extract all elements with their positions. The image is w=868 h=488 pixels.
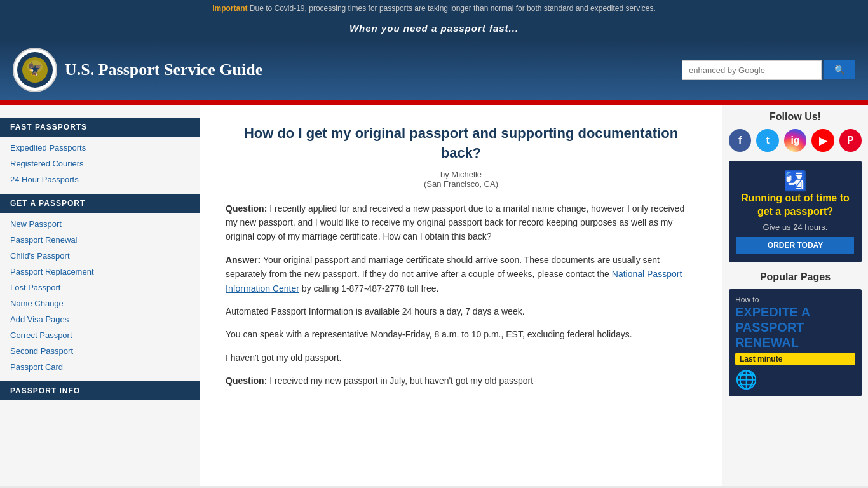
sidebar-item-expedited-passports[interactable]: Expedited Passports bbox=[0, 140, 200, 156]
content-byline: by Michelle (San Francisco, CA) bbox=[226, 170, 696, 189]
social-icons: f t ig ▶ P bbox=[729, 129, 862, 152]
sidebar-item-childs-passport[interactable]: Child's Passport bbox=[0, 248, 200, 264]
instagram-icon[interactable]: ig bbox=[784, 129, 806, 152]
speak-info: You can speak with a representative Mond… bbox=[226, 327, 696, 341]
sidebar-item-24-hour-passports[interactable]: 24 Hour Passports bbox=[0, 172, 200, 187]
top-bar: Important Due to Covid-19, processing ti… bbox=[0, 0, 868, 17]
content-body: Question: I recently applied for and rec… bbox=[226, 201, 696, 388]
answer-label: Answer: bbox=[226, 255, 261, 265]
main-layout: FAST PASSPORTS Expedited Passports Regis… bbox=[0, 105, 868, 486]
fast-passports-heading: FAST PASSPORTS bbox=[0, 118, 200, 137]
expedite-text: EXPEDITE A PASSPORT RENEWAL bbox=[735, 304, 855, 350]
sidebar-item-passport-replacement[interactable]: Passport Replacement bbox=[0, 264, 200, 280]
question-label: Question: bbox=[226, 203, 267, 214]
how-to-label: How to bbox=[735, 295, 855, 304]
left-sidebar: FAST PASSPORTS Expedited Passports Regis… bbox=[0, 105, 200, 486]
header: 🦅 ★ U.S. Passport Service Guide 🔍 bbox=[0, 40, 868, 102]
question-paragraph: Question: I recently applied for and rec… bbox=[226, 201, 696, 244]
passport-info-heading: PASSPORT INFO bbox=[0, 381, 200, 400]
popular-title: Popular Pages bbox=[729, 271, 862, 283]
important-label: Important bbox=[212, 4, 247, 13]
passport-globe-icon: 🌐 bbox=[735, 369, 855, 390]
question2-text: I received my new passport in July, but … bbox=[269, 376, 533, 386]
question-text: I recently applied for and received a ne… bbox=[226, 203, 684, 242]
sidebar-item-new-passport[interactable]: New Passport bbox=[0, 216, 200, 232]
facebook-icon[interactable]: f bbox=[729, 129, 751, 152]
sidebar-item-lost-passport[interactable]: Lost Passport bbox=[0, 280, 200, 295]
old-passport-text: I haven't got my old passport. bbox=[226, 351, 696, 365]
sidebar-item-name-change[interactable]: Name Change bbox=[0, 295, 200, 311]
tagline-bar: When you need a passport fast... bbox=[0, 17, 868, 40]
passport-ad-box: 🛂 Running out of time to get a passport?… bbox=[729, 161, 862, 262]
follow-title: Follow Us! bbox=[729, 111, 862, 123]
answer-paragraph: Answer: Your original passport and marri… bbox=[226, 253, 696, 295]
main-content: How do I get my original passport and su… bbox=[200, 105, 722, 486]
order-today-button[interactable]: ORDER TODAY bbox=[736, 237, 854, 254]
youtube-icon[interactable]: ▶ bbox=[811, 129, 834, 152]
author-name: by Michelle bbox=[226, 170, 696, 179]
last-minute-badge: Last minute bbox=[735, 353, 855, 365]
search-area: 🔍 bbox=[682, 60, 855, 80]
site-title: U.S. Passport Service Guide bbox=[65, 60, 262, 79]
author-location: (San Francisco, CA) bbox=[226, 179, 696, 189]
sidebar-item-add-visa-pages[interactable]: Add Visa Pages bbox=[0, 311, 200, 327]
pinterest-icon[interactable]: P bbox=[839, 129, 862, 152]
search-button[interactable]: 🔍 bbox=[824, 60, 855, 79]
automated-info: Automated Passport Information is availa… bbox=[226, 304, 696, 318]
sidebar-item-passport-renewal[interactable]: Passport Renewal bbox=[0, 232, 200, 248]
passport-seal-icon: 🛂 bbox=[736, 170, 854, 192]
sidebar-item-correct-passport[interactable]: Correct Passport bbox=[0, 327, 200, 343]
twitter-icon[interactable]: t bbox=[756, 129, 778, 152]
svg-text:★: ★ bbox=[30, 63, 40, 76]
right-sidebar: Follow Us! f t ig ▶ P 🛂 Running out of t… bbox=[722, 105, 868, 486]
question2-label: Question: bbox=[226, 376, 267, 386]
logo-icon: 🦅 ★ bbox=[16, 51, 54, 89]
sidebar-item-registered-couriers[interactable]: Registered Couriers bbox=[0, 156, 200, 172]
tagline-text: When you need a passport fast... bbox=[349, 23, 519, 34]
answer-text-1: Your original passport and marriage cert… bbox=[226, 255, 660, 279]
sidebar-item-passport-card[interactable]: Passport Card bbox=[0, 359, 200, 375]
popular-ad-box: How to EXPEDITE A PASSPORT RENEWAL Last … bbox=[729, 289, 862, 396]
sidebar-item-second-passport[interactable]: Second Passport bbox=[0, 343, 200, 359]
question2-paragraph: Question: I received my new passport in … bbox=[226, 374, 696, 388]
page-title: How do I get my original passport and su… bbox=[226, 124, 696, 163]
get-passport-heading: GET A PASSPORT bbox=[0, 194, 200, 213]
ad-subtext: Give us 24 hours. bbox=[736, 222, 854, 232]
search-input[interactable] bbox=[682, 60, 822, 80]
search-icon: 🔍 bbox=[834, 65, 845, 75]
ad-text: Running out of time to get a passport? bbox=[736, 192, 854, 219]
logo-circle: 🦅 ★ bbox=[13, 48, 57, 92]
logo-area: 🦅 ★ U.S. Passport Service Guide bbox=[13, 48, 262, 92]
answer-text-2: by calling 1-877-487-2778 toll free. bbox=[302, 283, 439, 294]
covid-notice: Due to Covid-19, processing times for pa… bbox=[250, 4, 656, 13]
